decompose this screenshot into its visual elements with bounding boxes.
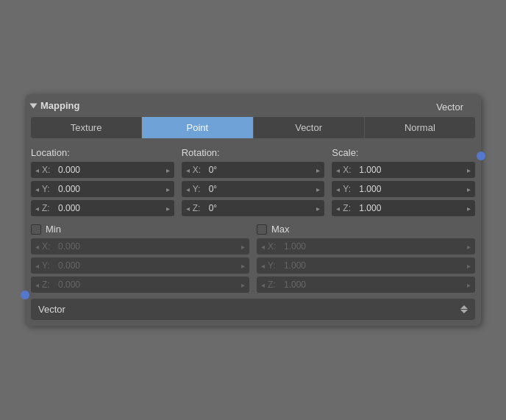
field-value: 1.000 — [359, 184, 381, 194]
axis-label: Z: — [42, 203, 55, 213]
rotation-y[interactable]: ◂ Y: 0° ▸ — [182, 181, 325, 197]
min-checkbox[interactable] — [31, 224, 41, 235]
tab-vector[interactable]: Vector — [254, 117, 365, 138]
scale-y[interactable]: ◂ Y: 1.000 ▸ — [332, 181, 475, 197]
chevron-up-icon — [460, 305, 468, 309]
arrow-right-icon: ▸ — [467, 185, 471, 193]
field-value: 0.000 — [58, 260, 80, 271]
axis-label: Y: — [193, 184, 206, 194]
axis-label: Z: — [268, 280, 281, 290]
handle-bottom-left[interactable] — [21, 291, 29, 299]
max-checkbox-label: Max — [257, 224, 475, 235]
rotation-section: Rotation: ◂ X: 0° ▸ ◂ Y: 0° ▸ ◂ Z: 0° — [182, 147, 325, 216]
field-value: 1.000 — [359, 203, 381, 213]
arrow-left-icon: ◂ — [261, 243, 265, 251]
min-checkbox-label: Min — [31, 224, 249, 235]
location-inputs: ◂ X: 0.000 ▸ ◂ Y: 0.000 ▸ ◂ Z: 0.000 ▸ — [31, 162, 174, 216]
arrow-left-icon: ◂ — [35, 243, 39, 251]
arrow-left-icon: ◂ — [261, 262, 265, 270]
arrow-left-icon: ◂ — [336, 166, 340, 174]
max-checkbox[interactable] — [257, 224, 267, 235]
arrow-right-icon: ▸ — [467, 166, 471, 174]
arrow-left-icon: ◂ — [186, 166, 190, 174]
dropdown-arrows-icon — [460, 305, 468, 313]
min-x[interactable]: ◂ X: 0.000 ▸ — [31, 238, 249, 255]
field-value: 0.000 — [58, 241, 80, 252]
handle-top-right[interactable] — [477, 152, 485, 160]
max-section: Max ◂ X: 1.000 ▸ ◂ Y: 1.000 ▸ ◂ Z: — [257, 224, 475, 293]
arrow-right-icon: ▸ — [166, 185, 170, 193]
rotation-z[interactable]: ◂ Z: 0° ▸ — [182, 200, 325, 216]
axis-label: Y: — [268, 260, 281, 271]
field-value: 0.000 — [58, 165, 80, 175]
scale-z[interactable]: ◂ Z: 1.000 ▸ — [332, 200, 475, 216]
max-y[interactable]: ◂ Y: 1.000 ▸ — [257, 257, 475, 274]
rotation-inputs: ◂ X: 0° ▸ ◂ Y: 0° ▸ ◂ Z: 0° ▸ — [182, 162, 325, 216]
footer-dropdown[interactable]: Vector — [31, 299, 475, 320]
field-value: 0.000 — [58, 203, 80, 213]
tab-normal[interactable]: Normal — [365, 117, 475, 138]
tab-point[interactable]: Point — [142, 117, 253, 138]
max-inputs: ◂ X: 1.000 ▸ ◂ Y: 1.000 ▸ ◂ Z: 1.000 ▸ — [257, 238, 475, 293]
arrow-left-icon: ◂ — [336, 204, 340, 213]
field-value: 0.000 — [58, 280, 80, 290]
max-z[interactable]: ◂ Z: 1.000 ▸ — [257, 277, 475, 293]
arrow-left-icon: ◂ — [186, 204, 190, 213]
field-value: 0° — [209, 184, 217, 194]
min-z[interactable]: ◂ Z: 0.000 ▸ — [31, 277, 249, 293]
location-z[interactable]: ◂ Z: 0.000 ▸ — [31, 200, 174, 216]
vector-label-top: Vector — [436, 102, 463, 113]
arrow-right-icon: ▸ — [316, 166, 320, 174]
field-value: 1.000 — [359, 165, 381, 175]
arrow-left-icon: ◂ — [35, 204, 39, 213]
scale-section: Scale: ◂ X: 1.000 ▸ ◂ Y: 1.000 ▸ ◂ Z: — [332, 147, 475, 216]
collapse-icon[interactable] — [30, 103, 38, 108]
field-value: 0° — [209, 203, 217, 213]
arrow-right-icon: ▸ — [166, 166, 170, 174]
arrow-left-icon: ◂ — [35, 281, 39, 289]
footer-dropdown-value: Vector — [38, 304, 65, 315]
tab-row: Texture Point Vector Normal — [31, 117, 475, 138]
arrow-left-icon: ◂ — [186, 185, 190, 193]
min-section: Min ◂ X: 0.000 ▸ ◂ Y: 0.000 ▸ ◂ Z: — [31, 224, 249, 293]
axis-label: X: — [268, 241, 281, 252]
axis-label: Y: — [42, 260, 55, 271]
arrow-left-icon: ◂ — [261, 281, 265, 289]
tab-texture[interactable]: Texture — [31, 117, 142, 138]
axis-label: Z: — [343, 203, 356, 213]
axis-label: Y: — [343, 184, 356, 194]
arrow-right-icon: ▸ — [241, 281, 245, 289]
axis-label: Z: — [193, 203, 206, 213]
axis-label: Z: — [42, 280, 55, 290]
field-value: 1.000 — [284, 241, 306, 252]
field-value: 1.000 — [284, 260, 306, 271]
mapping-panel: Mapping Vector Texture Point Vector Norm… — [25, 94, 481, 326]
location-label: Location: — [31, 147, 174, 158]
rotation-label: Rotation: — [182, 147, 325, 158]
chevron-down-icon — [460, 310, 468, 313]
arrow-right-icon: ▸ — [316, 185, 320, 193]
field-value: 1.000 — [284, 280, 306, 290]
axis-label: X: — [343, 165, 356, 175]
arrow-right-icon: ▸ — [467, 281, 471, 289]
minmax-row: Min ◂ X: 0.000 ▸ ◂ Y: 0.000 ▸ ◂ Z: — [31, 224, 475, 293]
min-label: Min — [46, 224, 61, 235]
lrs-row: Location: ◂ X: 0.000 ▸ ◂ Y: 0.000 ▸ ◂ Z: — [31, 147, 475, 216]
arrow-right-icon: ▸ — [467, 204, 471, 213]
arrow-right-icon: ▸ — [316, 204, 320, 213]
arrow-left-icon: ◂ — [336, 185, 340, 193]
location-section: Location: ◂ X: 0.000 ▸ ◂ Y: 0.000 ▸ ◂ Z: — [31, 147, 174, 216]
scale-inputs: ◂ X: 1.000 ▸ ◂ Y: 1.000 ▸ ◂ Z: 1.000 ▸ — [332, 162, 475, 216]
max-label: Max — [271, 224, 290, 235]
scale-x[interactable]: ◂ X: 1.000 ▸ — [332, 162, 475, 178]
arrow-right-icon: ▸ — [241, 262, 245, 270]
location-y[interactable]: ◂ Y: 0.000 ▸ — [31, 181, 174, 197]
max-x[interactable]: ◂ X: 1.000 ▸ — [257, 238, 475, 255]
field-value: 0.000 — [58, 184, 80, 194]
arrow-left-icon: ◂ — [35, 185, 39, 193]
rotation-x[interactable]: ◂ X: 0° ▸ — [182, 162, 325, 178]
min-inputs: ◂ X: 0.000 ▸ ◂ Y: 0.000 ▸ ◂ Z: 0.000 ▸ — [31, 238, 249, 293]
min-y[interactable]: ◂ Y: 0.000 ▸ — [31, 257, 249, 274]
scale-label: Scale: — [332, 147, 475, 158]
location-x[interactable]: ◂ X: 0.000 ▸ — [31, 162, 174, 178]
